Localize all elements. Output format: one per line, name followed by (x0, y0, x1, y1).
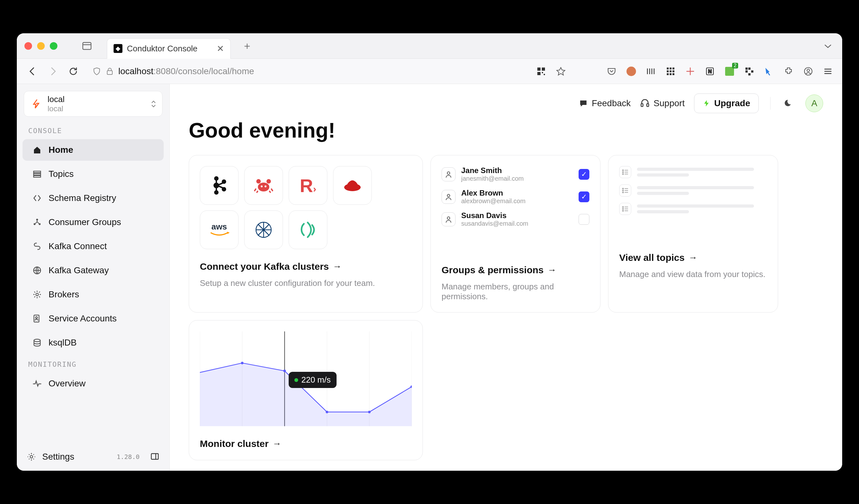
theme-toggle-button[interactable] (782, 96, 796, 110)
card-subtitle: Manage members, groups and permissions. (441, 282, 589, 301)
overview-icon (32, 378, 42, 389)
card-groups-permissions[interactable]: Jane Smith janesmith@email.com ✓ Alex Br… (431, 155, 601, 313)
card-connect-clusters[interactable]: R› aws Connect your Kafka clusters → Set… (189, 155, 423, 313)
svg-point-54 (214, 176, 218, 181)
svg-point-48 (30, 456, 33, 458)
apps-grid-icon[interactable] (665, 66, 676, 77)
svg-marker-68 (227, 232, 230, 234)
svg-rect-59 (216, 180, 217, 183)
url-bar[interactable]: localhost:8080/console/local/home (87, 66, 529, 76)
reload-button[interactable] (66, 64, 80, 78)
sidebar-item-overview[interactable]: Overview (22, 373, 164, 394)
gateway-icon (32, 265, 42, 275)
feedback-link[interactable]: Feedback (579, 98, 631, 108)
sidebar-item-label: Topics (48, 169, 74, 179)
card-monitor-cluster[interactable]: 220 m/s Monitor cluster → (189, 320, 423, 460)
extension-icon-2[interactable] (685, 66, 696, 77)
traffic-lights (25, 42, 57, 50)
user-email: janesmith@email.com (461, 175, 573, 182)
sidebar-item-schema-registry[interactable]: Schema Registry (22, 187, 164, 209)
card-title: Groups & permissions → (441, 265, 589, 275)
extension-icon-3[interactable]: N (705, 66, 715, 77)
sidebar-item-topics[interactable]: Topics (22, 163, 164, 185)
bolt-icon (703, 99, 710, 107)
tab-close-button[interactable]: ✕ (217, 44, 224, 54)
connector-grid: R› aws (200, 166, 412, 249)
sidebar-collapse-button[interactable] (150, 452, 160, 461)
sidebar-item-consumer-groups[interactable]: Consumer Groups (22, 211, 164, 233)
svg-rect-38 (34, 173, 41, 175)
svg-rect-2 (107, 71, 112, 75)
arrow-right-icon: → (547, 265, 556, 275)
extensions-button[interactable] (783, 66, 794, 77)
window-minimize-button[interactable] (37, 42, 45, 50)
tabs-dropdown-button[interactable] (821, 40, 834, 52)
bookmark-star-icon[interactable] (555, 66, 566, 77)
extension-icon-6[interactable] (764, 66, 774, 77)
arrow-right-icon: → (272, 439, 281, 449)
sidebar-item-service-accounts[interactable]: Service Accounts (22, 308, 164, 329)
user-checkbox[interactable]: ✓ (578, 169, 589, 180)
svg-rect-37 (34, 171, 41, 173)
svg-point-62 (256, 179, 261, 184)
pocket-icon[interactable] (606, 66, 617, 77)
svg-point-83 (623, 188, 624, 189)
profile-avatar-icon[interactable] (626, 66, 637, 77)
extension-icon-1[interactable] (646, 66, 656, 77)
feedback-icon (579, 99, 588, 108)
support-link[interactable]: Support (640, 98, 684, 108)
sidebar-item-home[interactable]: Home (22, 139, 164, 161)
extension-icon-4[interactable]: 2 (724, 66, 735, 77)
new-tab-button[interactable]: ＋ (242, 39, 252, 53)
window-close-button[interactable] (25, 42, 32, 50)
user-name: Alex Brown (461, 189, 573, 198)
user-checkbox[interactable] (578, 214, 589, 225)
schema-icon (32, 193, 42, 203)
sidebar-item-ksqldb[interactable]: ksqlDB (22, 332, 164, 353)
user-email: susandavis@email.com (461, 220, 573, 227)
kafka-connect-icon (32, 241, 42, 251)
tab-overview-icon[interactable] (81, 41, 92, 51)
home-icon (32, 145, 42, 155)
browser-tab[interactable]: ◆ Conduktor Console ✕ (107, 38, 231, 59)
tab-title: Conduktor Console (127, 44, 212, 53)
account-icon[interactable] (803, 66, 814, 77)
cluster-name: local (48, 94, 146, 104)
cluster-picker[interactable]: local local (24, 91, 162, 117)
chart-tooltip: 220 m/s (289, 372, 336, 388)
sidebar-item-settings[interactable]: Settings (26, 452, 111, 462)
gear-icon (26, 452, 36, 462)
svg-point-76 (447, 217, 450, 219)
connector-upstash-icon (289, 210, 327, 249)
svg-point-85 (623, 190, 624, 191)
svg-point-33 (807, 69, 810, 72)
extension-icon-5[interactable] (744, 66, 755, 77)
svg-rect-7 (544, 74, 545, 75)
user-checkbox[interactable]: ✓ (578, 191, 589, 202)
svg-rect-51 (641, 104, 643, 107)
card-view-topics[interactable]: View all topics → Manage and view data f… (608, 155, 778, 313)
avatar[interactable]: A (805, 94, 823, 112)
sidebar-item-label: Kafka Gateway (48, 265, 109, 275)
svg-rect-26 (745, 67, 748, 70)
sidebar-item-kafka-gateway[interactable]: Kafka Gateway (22, 259, 164, 281)
sidebar-item-kafka-connect[interactable]: Kafka Connect (22, 236, 164, 257)
forward-button[interactable] (46, 64, 60, 78)
hamburger-menu-button[interactable] (823, 66, 833, 77)
chevron-updown-icon (151, 99, 156, 108)
card-subtitle: Setup a new cluster configuration for yo… (200, 278, 412, 288)
upgrade-button[interactable]: Upgrade (694, 94, 759, 113)
svg-point-89 (623, 207, 624, 208)
connector-aws-icon: aws (200, 210, 239, 249)
qr-icon[interactable] (536, 66, 546, 77)
svg-point-56 (214, 190, 218, 195)
svg-point-101 (241, 362, 244, 364)
sidebar-item-brokers[interactable]: Brokers (22, 284, 164, 305)
svg-rect-16 (667, 70, 669, 72)
sidebar-item-label: Consumer Groups (48, 217, 121, 227)
window-maximize-button[interactable] (50, 42, 57, 50)
card-subtitle: Manage and view data from your topics. (619, 269, 767, 279)
user-row: Alex Brown alexbrown@email.com ✓ (441, 189, 589, 205)
back-button[interactable] (26, 64, 40, 78)
sidebar-item-label: Schema Registry (48, 193, 116, 203)
